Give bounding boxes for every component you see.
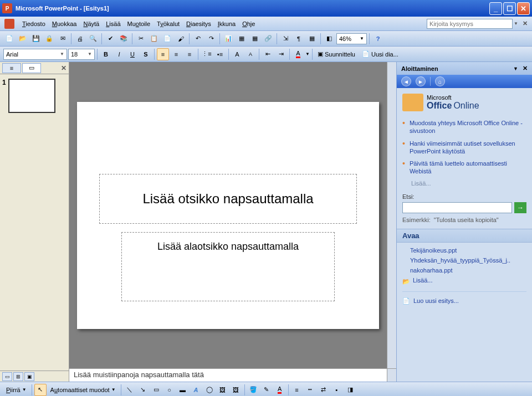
align-left-button[interactable]: ≡ <box>157 48 169 60</box>
expand-button[interactable]: ⇲ <box>279 33 291 45</box>
format-painter-button[interactable]: 🖌 <box>175 33 187 45</box>
align-center-button[interactable]: ≡ <box>170 48 182 60</box>
increase-font-button[interactable]: A <box>231 48 243 60</box>
arrow-style-button[interactable]: ⇄ <box>318 384 330 396</box>
task-search-input[interactable] <box>402 202 512 213</box>
notes-pane[interactable]: Lisää muistiinpanoja napsauttamalla tätä <box>69 368 387 382</box>
preview-button[interactable]: 🔍 <box>87 33 99 45</box>
bold-button[interactable]: B <box>100 48 112 60</box>
diagram-button[interactable]: ◯ <box>203 384 216 396</box>
picture-button[interactable]: 🖼 <box>230 384 242 396</box>
bullets-button[interactable]: •≡ <box>214 48 226 60</box>
close-button[interactable]: ✕ <box>517 2 530 15</box>
help-dropdown-icon[interactable]: ▼ <box>514 21 518 26</box>
task-home-button[interactable]: ⌂ <box>435 76 445 86</box>
new-slide-button[interactable]: 📄Uusi dia... <box>359 49 401 59</box>
autoshapes-menu[interactable]: Automaattiset muodot▼ <box>48 385 119 394</box>
spell-button[interactable]: ✔ <box>104 33 116 45</box>
slide-canvas-area[interactable]: Lisää otsikko napsauttamalla Lisää alaot… <box>69 62 387 368</box>
grid-button[interactable]: ▦ <box>306 33 318 45</box>
menu-edit[interactable]: Muokkaa <box>49 19 80 28</box>
recent-file-link[interactable]: nakoharhaa.ppt <box>410 267 526 274</box>
copy-button[interactable]: 📋 <box>148 33 160 45</box>
italic-button[interactable]: I <box>113 48 125 60</box>
open-button[interactable]: 📂 <box>17 33 29 45</box>
new-presentation-link[interactable]: 📄 Luo uusi esitys... <box>402 291 526 310</box>
zoom-combo[interactable]: 46%▼ <box>336 33 367 44</box>
table-button[interactable]: ▦ <box>236 33 248 45</box>
clipart-button[interactable]: 🖼 <box>217 384 229 396</box>
numbering-button[interactable]: ⋮≡ <box>201 48 213 60</box>
paste-button[interactable]: 📄 <box>161 33 173 45</box>
office-link[interactable]: Muodosta yhteys Microsoft Office Online … <box>402 119 526 135</box>
task-menu-button[interactable]: ▼ <box>513 66 518 71</box>
research-button[interactable]: 📚 <box>117 33 130 45</box>
slideshow-view-button[interactable]: ▣ <box>24 372 34 381</box>
help-button[interactable]: ? <box>372 33 384 45</box>
help-search-input[interactable] <box>427 19 513 29</box>
new-button[interactable]: 📄 <box>3 33 16 45</box>
design-button[interactable]: ▣Suunnittelu <box>315 49 358 59</box>
increase-indent-button[interactable]: ⇥ <box>275 48 287 60</box>
subtitle-placeholder[interactable]: Lisää alaotsikko napsauttamalla <box>121 232 335 301</box>
tab-slides[interactable]: ▭ <box>22 63 41 73</box>
thumbnail-item[interactable]: 1 <box>2 79 66 113</box>
shadow-button[interactable]: S <box>140 48 152 60</box>
font-color-button[interactable]: A <box>292 48 304 60</box>
select-button[interactable]: ↖ <box>34 384 47 396</box>
menu-view[interactable]: Näytä <box>80 19 103 28</box>
fill-color-button[interactable]: 🪣 <box>247 384 259 396</box>
menu-insert[interactable]: Lisää <box>103 19 124 28</box>
undo-button[interactable]: ↶ <box>192 33 204 45</box>
show-formatting-button[interactable]: ¶ <box>293 33 305 45</box>
font-size-combo[interactable]: 18▼ <box>68 49 95 60</box>
hyperlink-button[interactable]: 🔗 <box>262 33 274 45</box>
normal-view-button[interactable]: ▭ <box>2 372 12 381</box>
font-combo[interactable]: Arial▼ <box>3 49 67 60</box>
redo-button[interactable]: ↷ <box>205 33 217 45</box>
close-pane-button[interactable]: ✕ <box>61 64 66 72</box>
save-button[interactable]: 💾 <box>30 33 42 45</box>
title-placeholder[interactable]: Lisää otsikko napsauttamalla <box>99 174 357 224</box>
shadow-draw-button[interactable]: ▪ <box>331 384 343 396</box>
line-color-button[interactable]: ✎ <box>260 384 273 396</box>
office-link[interactable]: Päivitä tämä luettelo automaattisesti We… <box>402 160 526 176</box>
sorter-view-button[interactable]: ⊞ <box>13 372 23 381</box>
notes-scrollbar[interactable] <box>387 368 396 382</box>
search-go-button[interactable]: → <box>514 202 526 213</box>
tab-outline[interactable]: ≡ <box>2 63 21 73</box>
minimize-button[interactable]: _ <box>489 2 502 15</box>
vertical-scrollbar[interactable] <box>387 62 396 368</box>
recent-more-link[interactable]: 📂Lisää... <box>402 277 526 287</box>
underline-button[interactable]: U <box>126 48 139 60</box>
menu-help[interactable]: Ohje <box>239 19 258 28</box>
menu-file[interactable]: Tiedosto <box>19 19 49 28</box>
draw-menu[interactable]: Piirrä▼ <box>3 385 29 394</box>
menu-tools[interactable]: Työkalut <box>154 19 183 28</box>
task-back-button[interactable]: ◄ <box>401 76 411 86</box>
rectangle-button[interactable]: ▭ <box>150 384 162 396</box>
email-button[interactable]: ✉ <box>57 33 69 45</box>
maximize-button[interactable]: ☐ <box>503 2 516 15</box>
decrease-indent-button[interactable]: ⇤ <box>262 48 274 60</box>
task-forward-button[interactable]: ► <box>416 76 426 86</box>
permission-button[interactable]: 🔒 <box>43 33 55 45</box>
font-color-menu[interactable]: ▼ <box>305 52 310 56</box>
textbox-button[interactable]: ▬ <box>177 384 189 396</box>
office-link[interactable]: Hanki viimeisimmät uutiset sovelluksen P… <box>402 140 526 156</box>
oval-button[interactable]: ○ <box>163 384 176 396</box>
slide-thumbnail[interactable] <box>8 79 55 113</box>
recent-file-link[interactable]: Tekijänoikeus.ppt <box>410 247 526 254</box>
dash-style-button[interactable]: ┅ <box>304 384 316 396</box>
decrease-font-button[interactable]: A <box>244 48 257 60</box>
3d-button[interactable]: ◨ <box>344 384 356 396</box>
align-right-button[interactable]: ≡ <box>183 48 196 60</box>
cut-button[interactable]: ✂ <box>135 33 147 45</box>
menu-window[interactable]: Ikkuna <box>214 19 239 28</box>
line-button[interactable]: ＼ <box>124 384 136 396</box>
print-button[interactable]: 🖨 <box>74 33 86 45</box>
recent-file-link[interactable]: Yhdeksän_hyvää_tyyppiä_Työssä_j.. <box>410 257 526 264</box>
menu-slideshow[interactable]: Diaesitys <box>183 19 214 28</box>
arrow-button[interactable]: ↘ <box>137 384 149 396</box>
menu-format[interactable]: Muotoile <box>124 19 154 28</box>
